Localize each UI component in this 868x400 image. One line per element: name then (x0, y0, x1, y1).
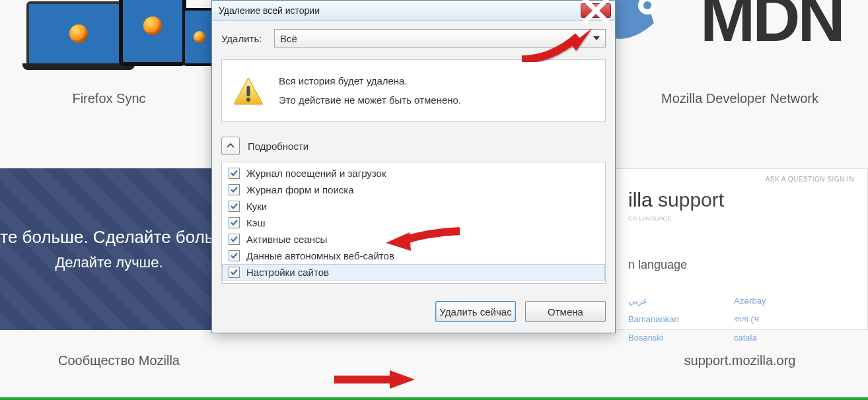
checkbox-label: Журнал посещений и загрузок (246, 168, 386, 179)
history-item-checkbox[interactable]: Журнал посещений и загрузок (222, 165, 605, 182)
warning-icon (233, 75, 264, 107)
checkbox-icon (229, 217, 240, 228)
history-item-checkbox[interactable]: Куки (222, 198, 605, 215)
warning-line1: Вся история будет удалена. (279, 72, 461, 91)
firefox-icon (143, 17, 162, 35)
hero-line1: йте больше. Сделайте больш (0, 227, 218, 248)
tablet-icon (119, 0, 186, 66)
dialog-title: Удаление всей истории (219, 5, 581, 16)
firefox-icon (69, 24, 88, 43)
svg-point-3 (246, 98, 250, 102)
clear-now-button[interactable]: Удалить сейчас (435, 301, 516, 322)
hero-line2: Делайте лучше. (55, 254, 163, 271)
history-item-checkbox[interactable]: Кэш (222, 215, 605, 231)
support-lang-links: عربيAzərbay Bamanankanবাংলা (भ Bosanskic… (628, 292, 867, 347)
svg-point-1 (643, 1, 651, 9)
history-item-checkbox[interactable]: Журнал форм и поиска (222, 182, 605, 198)
checkbox-label: Активные сеансы (246, 234, 327, 245)
close-button[interactable] (581, 3, 611, 18)
clear-history-dialog: Удаление всей истории Удалить: Всё Вся и… (211, 0, 616, 333)
history-items-list: Журнал посещений и загрузокЖурнал форм и… (221, 162, 606, 284)
delete-range-select[interactable]: Всё (274, 29, 606, 48)
devices-illustration (26, 0, 198, 66)
history-item-checkbox[interactable]: Данные автономных веб-сайтов (222, 248, 605, 264)
cancel-button[interactable]: Отмена (525, 301, 606, 322)
support-title: illa support (628, 189, 867, 211)
warning-line2: Это действие не может быть отменено. (279, 91, 461, 110)
details-label: Подробности (248, 141, 308, 152)
checkbox-label: Журнал форм и поиска (246, 184, 354, 195)
tile-label-community: Сообщество Mozilla (20, 353, 218, 368)
checkbox-label: Куки (246, 201, 267, 212)
chevron-down-icon (593, 36, 600, 40)
history-item-checkbox[interactable]: Активные сеансы (222, 231, 605, 248)
tile-label-support: support.mozilla.org (634, 353, 846, 368)
checkbox-label: Данные автономных веб-сайтов (246, 250, 394, 261)
tile-label-mdn: Mozilla Developer Network (621, 91, 859, 106)
chevron-up-icon (227, 142, 235, 150)
firefox-icon (194, 31, 205, 43)
bottom-border (0, 397, 868, 400)
warning-panel: Вся история будет удалена. Это действие … (221, 59, 606, 122)
checkbox-label: Настройки сайтов (246, 267, 329, 278)
checkbox-icon (229, 201, 240, 212)
checkbox-icon (229, 267, 240, 278)
laptop-icon (26, 1, 131, 66)
svg-rect-2 (247, 86, 250, 96)
delete-range-value: Всё (280, 33, 297, 44)
checkbox-icon (229, 250, 240, 261)
support-meta: ASK A QUESTION SIGN IN (766, 176, 854, 183)
history-item-checkbox[interactable]: Настройки сайтов (222, 264, 605, 281)
checkbox-icon (229, 184, 240, 195)
support-lang-label: n language (628, 258, 867, 272)
checkbox-icon (229, 168, 240, 179)
checkbox-icon (229, 234, 240, 245)
tile-label-sync: Firefox Sync (10, 91, 208, 106)
support-panel: ASK A QUESTION SIGN IN illa support CH L… (614, 168, 868, 330)
dialog-titlebar[interactable]: Удаление всей истории (212, 1, 615, 21)
support-subhead: CH LANGUAGE (628, 215, 867, 222)
close-icon (581, 0, 610, 25)
checkbox-label: Кэш (246, 217, 265, 228)
hero-banner: йте больше. Сделайте больш Делайте лучше… (0, 168, 218, 330)
delete-range-label: Удалить: (221, 33, 274, 44)
details-toggle[interactable] (221, 137, 240, 155)
mdn-wordmark: MDN (700, 0, 843, 56)
